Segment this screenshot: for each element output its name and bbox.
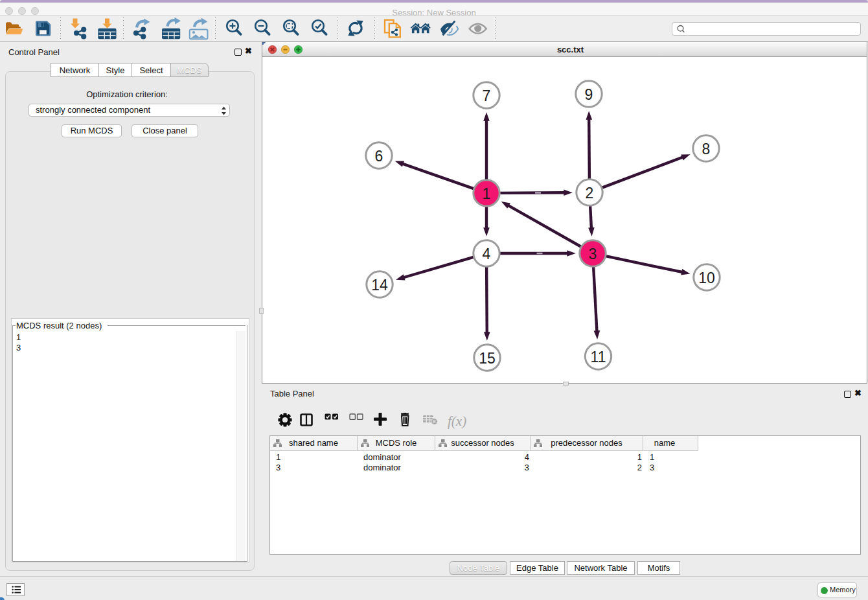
svg-text:6: 6 [375, 148, 383, 165]
svg-text:8: 8 [702, 141, 711, 157]
svg-text:7: 7 [483, 87, 491, 104]
svg-text:14: 14 [371, 277, 388, 294]
svg-text:2: 2 [586, 185, 594, 202]
svg-text:11: 11 [591, 349, 606, 365]
svg-text:3: 3 [589, 246, 597, 262]
svg-text:f(x): f(x) [448, 415, 466, 429]
svg-text:4: 4 [483, 246, 491, 262]
svg-text:9: 9 [585, 86, 593, 103]
svg-text:15: 15 [479, 350, 496, 367]
svg-text:10: 10 [698, 270, 715, 286]
svg-text:1: 1 [483, 185, 491, 202]
